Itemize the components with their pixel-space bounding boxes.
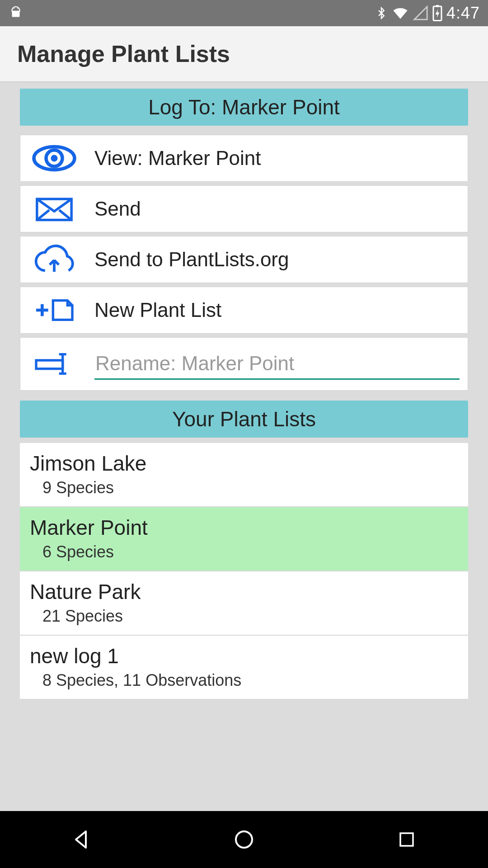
list-item-detail: 8 Species, 11 Observations: [30, 671, 458, 690]
list-item[interactable]: Nature Park21 Species: [20, 571, 468, 636]
list-item-detail: 21 Species: [30, 607, 458, 626]
list-item-name: Marker Point: [30, 515, 458, 540]
new-list-button[interactable]: New Plant List: [20, 287, 468, 334]
list-item-name: Jimson Lake: [30, 451, 458, 476]
svg-rect-9: [36, 360, 63, 369]
wifi-icon: [391, 5, 409, 21]
plant-lists: Jimson Lake9 SpeciesMarker Point6 Specie…: [20, 443, 468, 700]
cloud-upload-icon: [25, 243, 84, 276]
android-nav-bar: [0, 811, 488, 868]
svg-rect-11: [400, 833, 413, 846]
rename-icon: [25, 349, 84, 378]
svg-rect-4: [436, 5, 439, 7]
envelope-icon: [25, 195, 84, 222]
back-button[interactable]: [68, 826, 95, 853]
eye-icon: [25, 145, 84, 172]
list-item-detail: 9 Species: [30, 478, 458, 497]
app-bar: Manage Plant Lists: [0, 26, 488, 82]
bluetooth-icon: [375, 5, 388, 21]
list-item[interactable]: Jimson Lake9 Species: [20, 443, 468, 507]
rename-input[interactable]: [94, 349, 460, 380]
view-button[interactable]: View: Marker Point: [20, 135, 468, 182]
battery-charging-icon: [432, 5, 443, 21]
home-button[interactable]: [230, 826, 258, 853]
your-lists-header: Your Plant Lists: [20, 401, 468, 438]
log-to-header: Log To: Marker Point: [20, 89, 468, 126]
new-file-icon: [25, 296, 84, 325]
cell-signal-icon: [413, 5, 428, 21]
list-item-detail: 6 Species: [30, 542, 458, 561]
list-item[interactable]: new log 18 Species, 11 Observations: [20, 636, 468, 700]
android-robot-icon: [8, 5, 23, 21]
upload-label: Send to PlantLists.org: [94, 248, 289, 271]
rename-row[interactable]: [20, 337, 468, 391]
svg-point-7: [51, 155, 58, 162]
new-list-label: New Plant List: [94, 299, 221, 321]
status-time: 4:47: [446, 4, 480, 23]
list-item-name: new log 1: [30, 644, 458, 668]
svg-point-1: [13, 9, 14, 10]
svg-point-2: [17, 9, 19, 10]
view-label: View: Marker Point: [94, 147, 261, 170]
page-title: Manage Plant Lists: [17, 40, 230, 67]
svg-rect-0: [12, 11, 20, 17]
svg-point-10: [236, 831, 252, 848]
recents-button[interactable]: [393, 826, 420, 853]
android-status-bar: 4:47: [0, 0, 488, 26]
list-item-name: Nature Park: [30, 580, 458, 604]
send-button[interactable]: Send: [20, 185, 468, 232]
status-icons: 4:47: [375, 4, 480, 23]
send-label: Send: [94, 198, 141, 220]
upload-button[interactable]: Send to PlantLists.org: [20, 236, 468, 283]
list-item[interactable]: Marker Point6 Species: [20, 507, 468, 571]
